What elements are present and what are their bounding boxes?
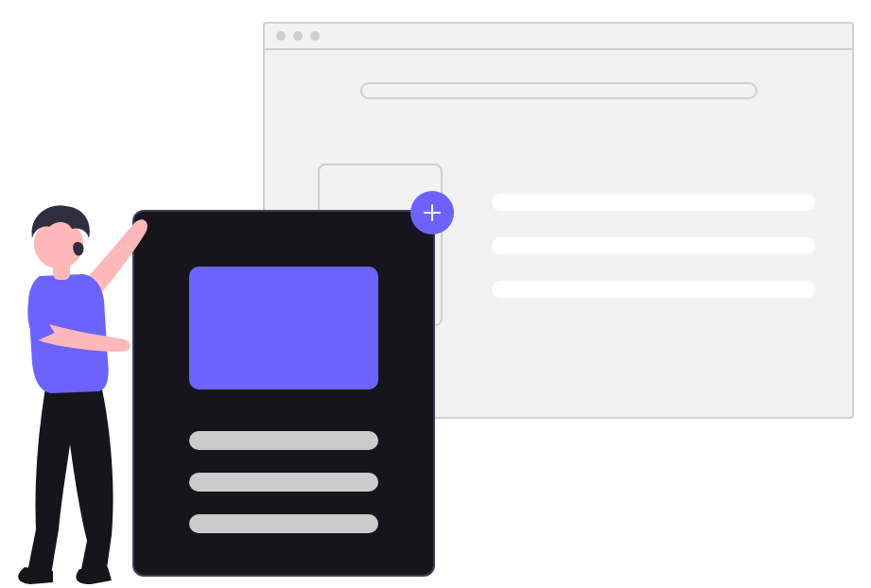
card-text-placeholder [189, 514, 378, 533]
search-bar-placeholder [360, 82, 758, 99]
content-line-placeholder [492, 194, 815, 211]
person-illustration [0, 189, 161, 586]
card-text-placeholder [189, 431, 378, 450]
traffic-light-dot [276, 31, 286, 41]
illustration [0, 0, 871, 588]
traffic-light-dot [293, 31, 303, 41]
card-image-block [189, 267, 378, 389]
add-button[interactable] [410, 191, 454, 234]
person-foot-right [76, 567, 112, 584]
content-card [132, 210, 435, 577]
traffic-light-dot [310, 31, 320, 41]
plus-icon [422, 202, 443, 223]
content-line-placeholder [492, 281, 815, 298]
content-line-placeholder [492, 237, 815, 254]
person-legs [28, 388, 113, 579]
card-text-placeholder [189, 473, 378, 492]
window-titlebar [265, 24, 852, 50]
